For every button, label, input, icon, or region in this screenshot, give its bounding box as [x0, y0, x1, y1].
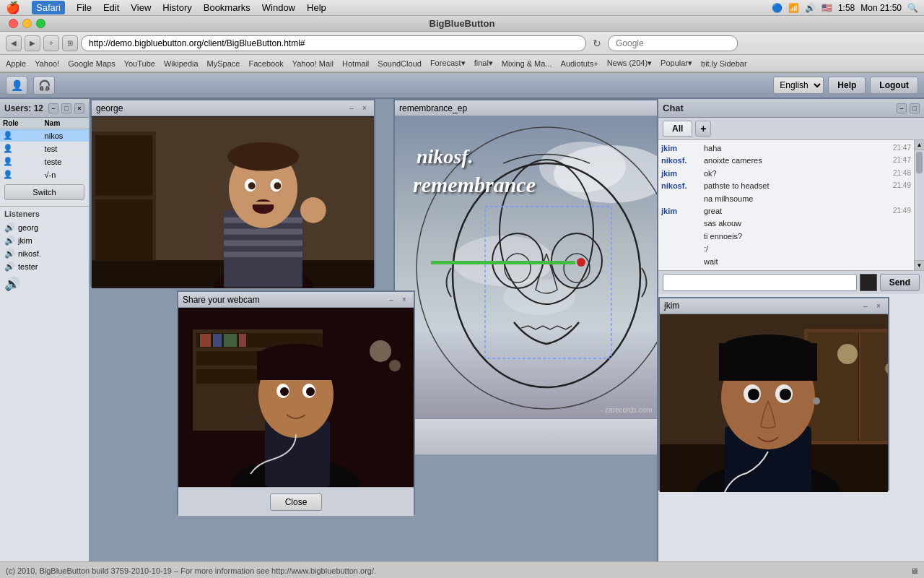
bookmark-yahoo[interactable]: Yahoo!: [35, 59, 59, 68]
users-panel: Users: 12 – □ × Role Nam 👤 nikos 👤: [0, 99, 90, 561]
language-select[interactable]: English: [773, 77, 824, 94]
apple-menu[interactable]: 🍎: [6, 1, 20, 14]
list-item[interactable]: 🔊 jkim: [0, 234, 89, 247]
minimize-button[interactable]: [22, 19, 32, 28]
table-row[interactable]: 👤 test: [0, 142, 89, 155]
message-text: na milhsoume: [704, 194, 911, 204]
message-text: ok?: [704, 168, 890, 179]
headphone-button[interactable]: 🎧: [33, 76, 55, 95]
jkim-window-title: jkim: [664, 301, 679, 311]
main-content: Users: 12 – □ × Role Nam 👤 nikos 👤: [0, 99, 924, 561]
bookmark-hotmail[interactable]: Hotmail: [342, 59, 369, 68]
bookmark-facebook[interactable]: Facebook: [248, 59, 283, 68]
maximize-panel-button[interactable]: □: [61, 103, 71, 113]
maximize-button[interactable]: [36, 19, 45, 28]
chat-send-button[interactable]: Send: [880, 274, 920, 291]
bookmark-yahoomail[interactable]: Yahoo! Mail: [292, 59, 334, 68]
bookmark-youtube[interactable]: YouTube: [124, 59, 155, 68]
george-window-header: george – ×: [92, 100, 374, 116]
close-webcam-button[interactable]: ×: [399, 295, 409, 305]
table-row[interactable]: 👤 √-n: [0, 168, 89, 181]
minimize-panel-button[interactable]: –: [48, 103, 58, 113]
speaker-icon[interactable]: 🔊: [0, 273, 89, 295]
bookmark-google-maps[interactable]: Google Maps: [68, 59, 115, 68]
back-button[interactable]: ◀: [6, 35, 22, 51]
close-panel-button[interactable]: ×: [74, 103, 84, 113]
webcam-preview: [178, 308, 414, 487]
message-text: haha: [704, 143, 890, 154]
menu-history[interactable]: History: [162, 2, 191, 13]
bookmark-soundcloud[interactable]: SoundCloud: [378, 59, 422, 68]
bookmark-forecast[interactable]: Forecast▾: [430, 59, 466, 68]
list-item[interactable]: 🔊 tester: [0, 260, 89, 273]
clock: Mon 21:50: [860, 3, 902, 13]
minimize-chat-button[interactable]: –: [897, 103, 907, 113]
george-video-content: [92, 116, 374, 288]
forward-button[interactable]: ▶: [25, 35, 40, 51]
menu-help[interactable]: Help: [307, 2, 326, 13]
chat-input[interactable]: [663, 274, 857, 291]
scroll-up-button[interactable]: ▲: [915, 140, 924, 150]
message-text: anoixte cameres: [704, 155, 890, 166]
add-tab-button[interactable]: +: [695, 121, 711, 137]
menu-view[interactable]: View: [131, 2, 151, 13]
svg-rect-46: [239, 334, 246, 347]
close-button[interactable]: [9, 19, 18, 28]
share-webcam-header: Share your webcam – ×: [178, 292, 414, 308]
chat-panel-header: Chat – □: [658, 99, 924, 118]
minimize-george-button[interactable]: –: [346, 103, 357, 113]
message-text: pathste to headset: [704, 181, 890, 191]
reload-button[interactable]: ↻: [589, 35, 605, 51]
chat-color-button[interactable]: [860, 274, 877, 291]
help-button[interactable]: Help: [828, 77, 866, 94]
chat-panel-controls: – □: [897, 103, 920, 113]
list-item[interactable]: 🔊 georg: [0, 221, 89, 234]
minimize-jkim-button[interactable]: –: [860, 301, 871, 311]
remembrance-window-title: remembrance_ep: [399, 103, 467, 113]
flag-icon: 🇺🇸: [821, 3, 832, 13]
new-tab-button[interactable]: +: [43, 35, 59, 51]
close-jkim-button[interactable]: ×: [873, 301, 884, 311]
center-panel: george – ×: [90, 99, 657, 561]
listener-name: jkim: [18, 236, 32, 245]
search-icon[interactable]: 🔍: [907, 3, 918, 13]
menu-file[interactable]: File: [77, 2, 92, 13]
chat-scrollbar[interactable]: ▲ ▼: [914, 140, 924, 270]
close-webcam-footer-button[interactable]: Close: [270, 493, 323, 511]
bookmark-myspace[interactable]: MySpace: [207, 59, 240, 68]
chat-messages: jkim haha 21:47 nikosf. anoixte cameres …: [658, 140, 914, 270]
bookmark-apple[interactable]: Apple: [6, 59, 26, 68]
menu-edit[interactable]: Edit: [103, 2, 119, 13]
search-input[interactable]: [608, 35, 738, 51]
address-bar[interactable]: [81, 35, 586, 51]
chat-message: sas akouw: [661, 218, 911, 229]
menu-bookmarks[interactable]: Bookmarks: [204, 2, 250, 13]
bookmark-popular[interactable]: Popular▾: [661, 59, 692, 68]
menu-window[interactable]: Window: [262, 2, 295, 13]
minimize-webcam-button[interactable]: –: [386, 295, 396, 305]
share-webcam-controls: – ×: [386, 295, 409, 305]
list-item[interactable]: 🔊 nikosf.: [0, 247, 89, 260]
switch-button[interactable]: Switch: [4, 184, 84, 200]
tab-all[interactable]: All: [663, 121, 692, 137]
headset-button[interactable]: 👤: [6, 76, 27, 95]
menu-safari[interactable]: Safari: [32, 1, 65, 14]
bookmark-bitly[interactable]: bit.ly Sidebar: [701, 59, 747, 68]
message-time: 21:49: [893, 206, 911, 216]
scroll-down-button[interactable]: ▼: [915, 260, 924, 270]
table-row[interactable]: 👤 teste: [0, 155, 89, 168]
logout-button[interactable]: Logout: [870, 77, 918, 94]
bookmark-final[interactable]: final▾: [474, 59, 493, 68]
bookmark-wikipedia[interactable]: Wikipedia: [164, 59, 199, 68]
svg-rect-4: [95, 199, 152, 260]
show-tabs-button[interactable]: ⊞: [62, 35, 78, 51]
bookmark-audiotuts[interactable]: Audiotuts+: [561, 59, 598, 68]
bookmark-mixing[interactable]: Mixing & Ma...: [502, 59, 552, 68]
table-row[interactable]: 👤 nikos: [0, 129, 89, 142]
chat-message: wait: [661, 256, 911, 267]
title-bar: BigBlueButton: [0, 16, 924, 32]
bookmark-news[interactable]: News (204)▾: [607, 59, 652, 68]
maximize-chat-button[interactable]: □: [910, 103, 920, 113]
scroll-thumb[interactable]: [916, 152, 923, 173]
close-george-button[interactable]: ×: [359, 103, 370, 113]
